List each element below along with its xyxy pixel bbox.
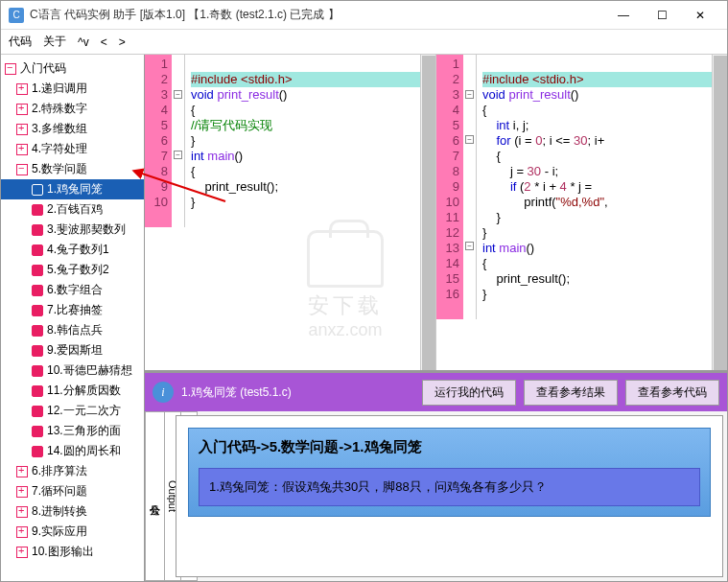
leaf-icon <box>32 184 43 196</box>
tree-node[interactable]: 5.数学问题 <box>1 159 144 179</box>
maximize-button[interactable]: ☐ <box>643 2 681 29</box>
leaf-icon <box>32 265 43 276</box>
window-controls: — ☐ ✕ <box>604 2 719 29</box>
leaf-icon <box>32 305 43 316</box>
expand-icon[interactable] <box>16 164 28 175</box>
info-icon: i <box>153 382 174 403</box>
question-box: 1.鸡兔同笼：假设鸡兔共30只，脚88只，问鸡兔各有多少只？ <box>199 468 700 506</box>
main-area: 入门代码 1.递归调用 2.特殊数字 3.多维数组 4.字符处理 5.数学问题 … <box>1 55 727 581</box>
line-gutter: 12345678910 <box>145 55 172 227</box>
tree-leaf[interactable]: 11.分解质因数 <box>1 381 144 401</box>
view-result-button[interactable]: 查看参考结果 <box>524 380 618 406</box>
collapse-icon[interactable] <box>16 547 28 558</box>
leaf-icon <box>32 325 43 337</box>
tree-leaf[interactable]: 6.数字组合 <box>1 280 144 300</box>
leaf-icon <box>32 385 43 397</box>
scrollbar-vertical[interactable] <box>712 55 727 370</box>
leaf-icon <box>32 345 43 357</box>
menu-prev[interactable]: < <box>101 35 107 49</box>
leaf-icon <box>32 244 43 256</box>
tree-node[interactable]: 9.实际应用 <box>1 522 144 542</box>
collapse-icon[interactable] <box>16 526 28 538</box>
tree-leaf[interactable]: 10.哥德巴赫猜想 <box>1 361 144 381</box>
sidebar-tree[interactable]: 入门代码 1.递归调用 2.特殊数字 3.多维数组 4.字符处理 5.数学问题 … <box>1 55 145 581</box>
app-window: C C语言 代码实例 助手 [版本1.0] 【1.奇数 (test2.1.c) … <box>0 0 728 582</box>
app-icon: C <box>9 8 24 23</box>
tree-leaf[interactable]: 8.韩信点兵 <box>1 320 144 340</box>
tree-leaf-selected[interactable]: 1.鸡兔同笼 <box>1 179 144 199</box>
editor-right[interactable]: 12345678910111213141516 − − − #include <… <box>436 55 727 370</box>
collapse-icon[interactable] <box>16 506 28 518</box>
breadcrumb: 入门代码->5.数学问题->1.鸡兔同笼 <box>199 438 700 456</box>
collapse-icon[interactable] <box>16 124 28 135</box>
info-area: 公众号 Output Help 入门代码->5.数学问题->1.鸡兔同笼 1.鸡… <box>145 411 727 581</box>
titlebar-text: C语言 代码实例 助手 [版本1.0] 【1.奇数 (test2.1.c) 已完… <box>30 7 604 23</box>
leaf-icon <box>32 365 43 377</box>
vtab-wechat[interactable]: 公众号 <box>145 411 165 581</box>
tree-node[interactable]: 1.递归调用 <box>1 79 144 99</box>
titlebar[interactable]: C C语言 代码实例 助手 [版本1.0] 【1.奇数 (test2.1.c) … <box>1 1 727 30</box>
collapse-icon[interactable] <box>16 486 28 498</box>
tree-leaf[interactable]: 14.圆的周长和 <box>1 441 144 461</box>
menu-caret[interactable]: ^v <box>78 35 89 49</box>
tree-leaf[interactable]: 4.兔子数列1 <box>1 240 144 260</box>
leaf-icon <box>32 406 43 417</box>
menu-about[interactable]: 关于 <box>43 34 66 50</box>
editor-left[interactable]: 12345678910 − − #include <stdio.h> void … <box>145 55 436 370</box>
leaf-icon <box>32 285 43 296</box>
fold-column[interactable]: − − <box>172 55 185 227</box>
minimize-button[interactable]: — <box>604 2 643 29</box>
code-text[interactable]: #include <stdio.h> void print_result() {… <box>185 55 435 227</box>
collapse-icon[interactable] <box>16 83 28 95</box>
run-code-button[interactable]: 运行我的代码 <box>422 380 516 406</box>
collapse-icon[interactable] <box>16 466 28 477</box>
tree-node[interactable]: 7.循环问题 <box>1 481 144 501</box>
leaf-icon <box>32 204 43 216</box>
breadcrumb-box: 入门代码->5.数学问题->1.鸡兔同笼 1.鸡兔同笼：假设鸡兔共30只，脚88… <box>188 428 711 517</box>
tree-node[interactable]: 10.图形输出 <box>1 542 144 562</box>
vertical-tabs: 公众号 Output Help <box>145 411 172 581</box>
menu-next[interactable]: > <box>119 35 126 49</box>
tree-node[interactable]: 3.多维数组 <box>1 119 144 139</box>
collapse-icon[interactable] <box>16 144 28 155</box>
editors-row: 12345678910 − − #include <stdio.h> void … <box>145 55 727 371</box>
menubar: 代码 关于 ^v < > <box>1 30 727 55</box>
tree-leaf[interactable]: 13.三角形的面 <box>1 421 144 441</box>
close-button[interactable]: ✕ <box>681 2 719 29</box>
leaf-icon <box>32 224 43 236</box>
tree-leaf[interactable]: 7.比赛抽签 <box>1 300 144 320</box>
tree-leaf[interactable]: 2.百钱百鸡 <box>1 199 144 220</box>
tree-leaf[interactable]: 9.爱因斯坦 <box>1 340 144 361</box>
tree-leaf[interactable]: 5.兔子数列2 <box>1 260 144 280</box>
scrollbar-vertical[interactable] <box>420 55 435 370</box>
tree-root[interactable]: 入门代码 <box>1 58 144 79</box>
leaf-icon <box>32 446 43 457</box>
view-code-button[interactable]: 查看参考代码 <box>625 380 719 406</box>
fold-column[interactable]: − − − <box>463 55 477 319</box>
bottom-panel: i 1.鸡兔同笼 (test5.1.c) 运行我的代码 查看参考结果 查看参考代… <box>145 371 727 581</box>
tree-node[interactable]: 2.特殊数字 <box>1 99 144 119</box>
right-area: 12345678910 − − #include <stdio.h> void … <box>145 55 727 581</box>
tree-leaf[interactable]: 3.斐波那契数列 <box>1 220 144 240</box>
expand-icon[interactable] <box>5 63 16 75</box>
line-gutter: 12345678910111213141516 <box>436 55 463 319</box>
tree-leaf[interactable]: 12.一元二次方 <box>1 401 144 421</box>
code-text[interactable]: #include <stdio.h> void print_result() {… <box>477 55 727 319</box>
tree-node[interactable]: 6.排序算法 <box>1 461 144 481</box>
collapse-icon[interactable] <box>16 104 28 115</box>
leaf-icon <box>32 426 43 437</box>
tree-node[interactable]: 8.进制转换 <box>1 501 144 522</box>
status-bar: i 1.鸡兔同笼 (test5.1.c) 运行我的代码 查看参考结果 查看参考代… <box>145 373 727 411</box>
content-panel[interactable]: 入门代码->5.数学问题->1.鸡兔同笼 1.鸡兔同笼：假设鸡兔共30只，脚88… <box>176 415 723 577</box>
menu-code[interactable]: 代码 <box>9 34 32 50</box>
question-text: 1.鸡兔同笼：假设鸡兔共30只，脚88只，问鸡兔各有多少只？ <box>209 478 690 496</box>
tree-node[interactable]: 4.字符处理 <box>1 139 144 159</box>
current-file-label: 1.鸡兔同笼 (test5.1.c) <box>181 384 414 401</box>
